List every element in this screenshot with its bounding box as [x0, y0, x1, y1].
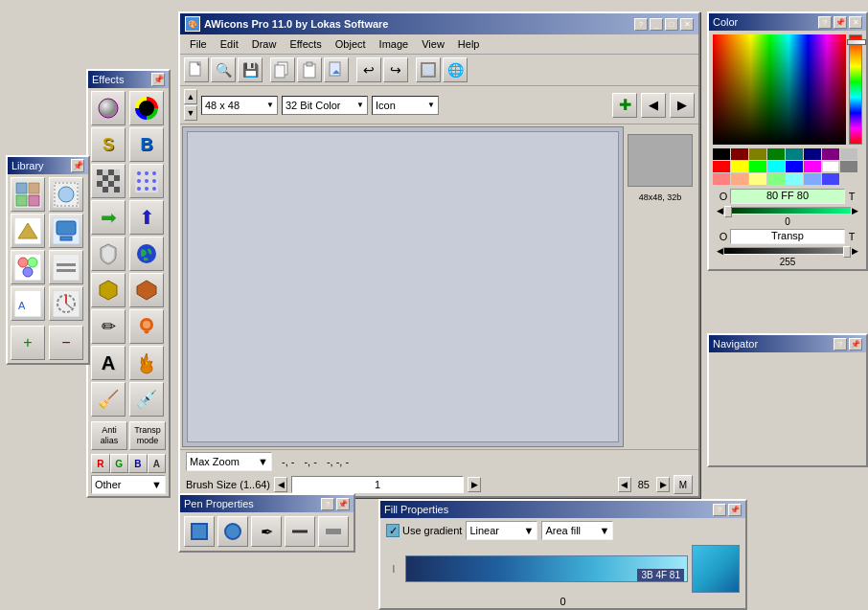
- swatch[interactable]: [713, 161, 730, 172]
- swatch[interactable]: [822, 161, 839, 172]
- transpmode-btn[interactable]: Transpmode: [129, 421, 166, 450]
- fill-help[interactable]: ?: [713, 504, 726, 516]
- menu-effects[interactable]: Effects: [284, 36, 327, 52]
- brush-m-btn[interactable]: M: [674, 475, 693, 494]
- canvas[interactable]: [182, 126, 624, 447]
- tb-export[interactable]: [324, 57, 349, 82]
- color-value2[interactable]: Transp: [730, 229, 845, 244]
- color-spectrum[interactable]: [849, 34, 862, 145]
- effect-up-arrow[interactable]: ⬆: [129, 200, 164, 235]
- tb-frame[interactable]: [416, 57, 441, 82]
- zoom-select[interactable]: Max Zoom ▼: [186, 452, 272, 471]
- swatch[interactable]: [786, 148, 803, 160]
- effects-other-dropdown[interactable]: Other ▼: [91, 475, 166, 494]
- pen-square[interactable]: [184, 516, 215, 547]
- color-close[interactable]: ✕: [849, 16, 862, 29]
- swatch[interactable]: [749, 173, 766, 185]
- swatch[interactable]: [804, 148, 821, 160]
- tb-redo[interactable]: ↪: [383, 57, 408, 82]
- effect-earth[interactable]: [129, 237, 164, 271]
- effect-pencil[interactable]: ✏: [91, 309, 126, 344]
- swatch[interactable]: [767, 148, 785, 160]
- swatch[interactable]: [804, 161, 821, 172]
- nav-up[interactable]: ▲: [184, 89, 197, 104]
- color-value1[interactable]: 80 FF 80: [730, 189, 845, 204]
- use-gradient-checkbox[interactable]: ✓ Use gradient: [386, 524, 462, 537]
- b-channel-btn[interactable]: B: [128, 454, 148, 473]
- menu-edit[interactable]: Edit: [215, 36, 244, 52]
- lib-item-5[interactable]: [11, 250, 45, 284]
- fill-pin[interactable]: 📌: [728, 504, 742, 516]
- tb-paste[interactable]: [297, 57, 322, 82]
- antialias-btn[interactable]: Antialias: [91, 421, 127, 450]
- menu-object[interactable]: Object: [330, 36, 372, 52]
- type-select[interactable]: Icon ▼: [372, 96, 439, 115]
- gradient-type-select[interactable]: Linear ▼: [466, 521, 537, 540]
- menu-file[interactable]: File: [184, 36, 213, 52]
- tb-open[interactable]: 🔍: [211, 57, 236, 82]
- swatch[interactable]: [767, 161, 785, 172]
- nav-prev[interactable]: ◀: [641, 93, 666, 118]
- color-gradient-box[interactable]: [713, 34, 846, 145]
- brush-slider[interactable]: 1: [291, 476, 464, 493]
- swatch[interactable]: [749, 148, 766, 160]
- swatch[interactable]: [822, 148, 839, 160]
- swatch[interactable]: [749, 161, 766, 172]
- pen-pen[interactable]: ✒: [251, 516, 282, 547]
- help-button[interactable]: ?: [634, 18, 648, 31]
- color-slider1[interactable]: [723, 207, 852, 215]
- swatch[interactable]: [713, 173, 730, 185]
- effect-flame[interactable]: [129, 346, 164, 380]
- nav-next[interactable]: ▶: [670, 93, 695, 118]
- add-image-btn[interactable]: ✚: [612, 93, 637, 118]
- effect-b-letter[interactable]: B: [129, 127, 164, 162]
- a-channel-btn[interactable]: A: [148, 454, 167, 473]
- lib-item-8[interactable]: [49, 286, 83, 321]
- swatch[interactable]: [767, 173, 785, 185]
- menu-help[interactable]: Help: [452, 36, 486, 52]
- color-slider2[interactable]: [723, 247, 852, 255]
- effect-color-wheel[interactable]: [129, 91, 164, 125]
- brush-dec[interactable]: ◀: [274, 477, 287, 492]
- effect-text-a[interactable]: A: [91, 346, 126, 380]
- lib-item-2[interactable]: [49, 177, 83, 212]
- effect-hexagon[interactable]: [91, 273, 126, 307]
- effect-eyedropper[interactable]: 💉: [129, 382, 164, 417]
- menu-draw[interactable]: Draw: [246, 36, 283, 52]
- size-select[interactable]: 48 x 48 ▼: [201, 96, 278, 115]
- pen-pin[interactable]: 📌: [336, 498, 350, 510]
- swatch[interactable]: [731, 148, 748, 160]
- brush-right[interactable]: ▶: [656, 477, 670, 492]
- swatch[interactable]: [822, 173, 839, 185]
- menu-image[interactable]: Image: [374, 36, 415, 52]
- lib-remove-btn[interactable]: −: [49, 326, 83, 360]
- effect-s-letter[interactable]: S: [91, 127, 126, 162]
- swatch[interactable]: [786, 161, 803, 172]
- tb-undo[interactable]: ↩: [356, 57, 381, 82]
- pen-circle[interactable]: [217, 516, 248, 547]
- lib-add-btn[interactable]: +: [11, 326, 45, 360]
- g-channel-btn[interactable]: G: [110, 454, 129, 473]
- lib-item-1[interactable]: [11, 177, 45, 212]
- swatch[interactable]: [731, 161, 748, 172]
- color-pin[interactable]: 📌: [834, 16, 847, 29]
- color-help[interactable]: ?: [818, 16, 832, 29]
- close-button[interactable]: ✕: [680, 18, 694, 31]
- tb-new[interactable]: [184, 57, 209, 82]
- gradient-preview[interactable]: 3B 4F 81: [405, 555, 688, 582]
- swatch[interactable]: [840, 161, 857, 172]
- effects-pin-button[interactable]: 📌: [151, 73, 165, 86]
- nav-pin[interactable]: 📌: [849, 338, 862, 350]
- effect-polygon[interactable]: [129, 273, 164, 307]
- depth-select[interactable]: 32 Bit Color ▼: [282, 96, 368, 115]
- brush-inc[interactable]: ▶: [468, 477, 481, 492]
- tb-web[interactable]: 🌐: [443, 57, 468, 82]
- menu-view[interactable]: View: [416, 36, 450, 52]
- effect-right-arrow[interactable]: ➡: [91, 200, 126, 235]
- effect-dots[interactable]: [129, 164, 164, 198]
- pen-line[interactable]: [318, 516, 349, 547]
- lib-item-3[interactable]: [11, 214, 45, 248]
- minimize-button[interactable]: _: [650, 18, 663, 31]
- r-channel-btn[interactable]: R: [91, 454, 110, 473]
- effect-checker[interactable]: [91, 164, 126, 198]
